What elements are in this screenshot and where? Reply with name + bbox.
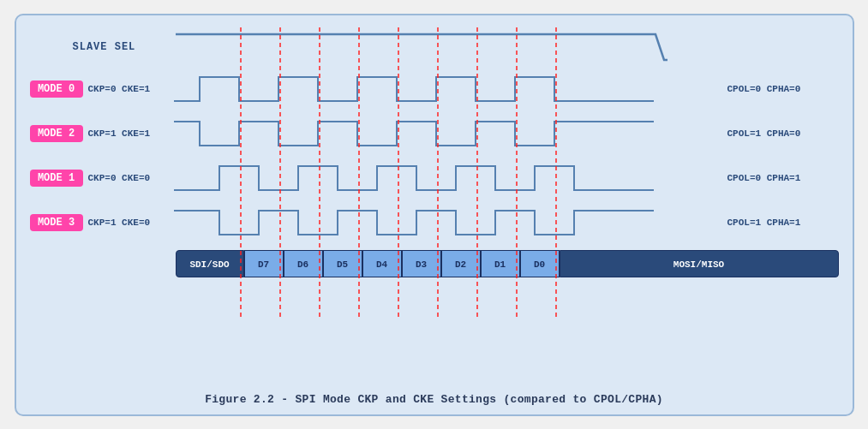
mode0-badge: MODE 0: [30, 80, 83, 98]
mode0-ckp: CKP=0 CKE=1: [88, 84, 174, 94]
mode1-cpol: CPOL=0 CPHA=1: [727, 173, 839, 183]
mode3-badge: MODE 3: [30, 214, 83, 231]
slave-sel-signal: [176, 27, 667, 67]
mode0-svg: [174, 67, 721, 111]
mode2-svg: [174, 111, 721, 156]
mode0-row: MODE 0 CKP=0 CKE=1 CPOL=0 CPHA=0: [30, 67, 839, 111]
data-row: SDI/SDO D7 D6 D5 D4 D3 D2 D1 D0 MOSI/MIS…: [30, 248, 839, 279]
mode1-svg: [174, 156, 721, 200]
mode2-cpol: CPOL=1 CPHA=0: [727, 128, 839, 139]
figure-caption: Figure 2.2 - SPI Mode CKP and CKE Settin…: [30, 393, 839, 406]
data-cell-d4: D4: [362, 250, 402, 277]
mode3-row: MODE 3 CKP=1 CKE=0 CPOL=1 CPHA=1: [30, 200, 839, 245]
mode0-signal: [174, 67, 721, 111]
data-cell-d7: D7: [244, 250, 284, 277]
mode3-ckp: CKP=1 CKE=0: [88, 217, 174, 228]
data-cell-d6: D6: [284, 250, 323, 277]
data-cell-mosi: MOSI/MISO: [560, 250, 839, 277]
data-row-inner: SDI/SDO D7 D6 D5 D4 D3 D2 D1 D0 MOSI/MIS…: [176, 250, 839, 277]
mode3-signal: [174, 200, 721, 245]
mode1-badge: MODE 1: [30, 170, 83, 187]
mode1-signal: [174, 156, 721, 200]
mode2-row: MODE 2 CKP=1 CKE=1 CPOL=1 CPHA=0: [30, 111, 839, 156]
slave-sel-label: SLAVE SEL: [73, 41, 136, 53]
mode2-badge: MODE 2: [30, 125, 83, 142]
diagram-container: SLAVE SEL MODE 0 CKP=0 CKE=1 CPOL=0 CPHA: [15, 14, 854, 416]
data-cell-sdi: SDI/SDO: [176, 250, 244, 277]
mode3-svg: [174, 200, 721, 245]
data-cell-d1: D1: [481, 250, 520, 277]
data-cell-d2: D2: [441, 250, 481, 277]
mode3-cpol: CPOL=1 CPHA=1: [727, 217, 839, 228]
data-cell-d5: D5: [323, 250, 362, 277]
mode2-ckp: CKP=1 CKE=1: [88, 128, 174, 139]
mode0-cpol: CPOL=0 CPHA=0: [727, 84, 839, 94]
data-cell-d0: D0: [520, 250, 560, 277]
mode2-signal: [174, 111, 721, 156]
slave-sel-row: SLAVE SEL: [176, 27, 667, 67]
diagram-area: SLAVE SEL MODE 0 CKP=0 CKE=1 CPOL=0 CPHA: [30, 27, 839, 386]
mode1-ckp: CKP=0 CKE=0: [88, 173, 174, 183]
mode1-row: MODE 1 CKP=0 CKE=0 CPOL=0 CPHA=1: [30, 156, 839, 200]
data-cell-d3: D3: [402, 250, 441, 277]
